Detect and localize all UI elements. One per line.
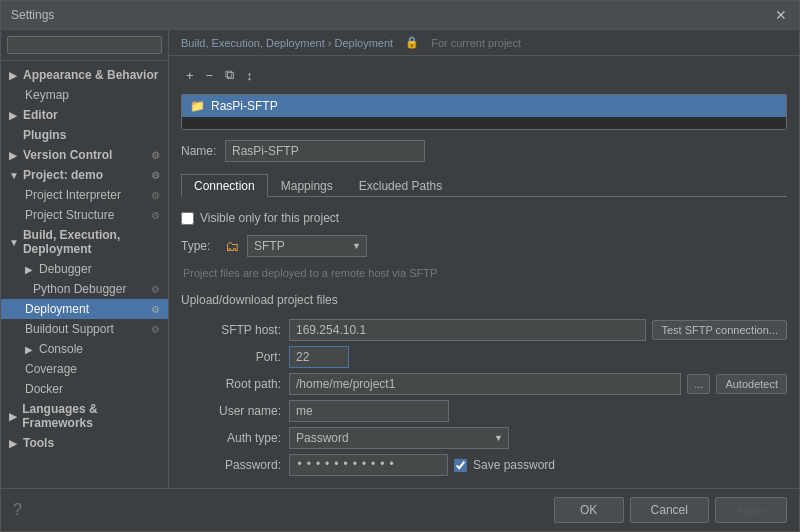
sidebar-item-label: Project: demo (23, 168, 103, 182)
sidebar-item-appearance[interactable]: ▶ Appearance & Behavior (1, 65, 168, 85)
gear-icon: ⚙ (151, 210, 160, 221)
name-label: Name: (181, 144, 217, 158)
dialog-body: ▶ Appearance & Behavior Keymap ▶ Editor … (1, 30, 799, 488)
sftp-host-label: SFTP host: (181, 323, 281, 337)
deployment-list-item[interactable]: 📁 RasPi-SFTP (182, 95, 786, 117)
root-path-input[interactable] (289, 373, 681, 395)
sidebar: ▶ Appearance & Behavior Keymap ▶ Editor … (1, 30, 169, 488)
password-row: Save password (289, 454, 787, 476)
tab-excluded-paths[interactable]: Excluded Paths (346, 174, 455, 197)
auth-type-label: Auth type: (181, 431, 281, 445)
sidebar-item-label: Version Control (23, 148, 112, 162)
sidebar-item-keymap[interactable]: Keymap (1, 85, 168, 105)
sidebar-item-label: Editor (23, 108, 58, 122)
sidebar-item-label: Languages & Frameworks (22, 402, 160, 430)
sidebar-item-console[interactable]: ▶ Console (1, 339, 168, 359)
sidebar-item-label: Appearance & Behavior (23, 68, 158, 82)
deploy-toolbar: + − ⧉ ↕ (181, 64, 787, 86)
arrow-icon: ▶ (25, 264, 35, 275)
help-icon[interactable]: ? (13, 501, 22, 519)
sidebar-item-plugins[interactable]: ▶ Plugins (1, 125, 168, 145)
sidebar-item-coverage[interactable]: Coverage (1, 359, 168, 379)
sidebar-item-label: Keymap (25, 88, 69, 102)
sftp-folder-icon: 📁 (190, 99, 205, 113)
sidebar-item-label: Plugins (23, 128, 66, 142)
username-input[interactable] (289, 400, 449, 422)
save-password-checkbox[interactable] (454, 459, 467, 472)
sidebar-item-label: Build, Execution, Deployment (23, 228, 160, 256)
tab-mappings[interactable]: Mappings (268, 174, 346, 197)
arrow-icon: ▼ (9, 237, 19, 248)
main-content: Build, Execution, Deployment › Deploymen… (169, 30, 799, 488)
arrow-icon: ▼ (9, 170, 19, 181)
autodetect-button[interactable]: Autodetect (716, 374, 787, 394)
sidebar-item-debugger[interactable]: ▶ Debugger (1, 259, 168, 279)
browse-root-button[interactable]: ... (687, 374, 710, 394)
upload-section-label: Upload/download project files (181, 293, 787, 307)
test-sftp-button[interactable]: Test SFTP connection... (652, 320, 787, 340)
dialog-title: Settings (11, 8, 54, 22)
remove-deployment-button[interactable]: − (201, 65, 219, 86)
sidebar-item-version-control[interactable]: ▶ Version Control ⚙ (1, 145, 168, 165)
sidebar-item-buildout-support[interactable]: Buildout Support ⚙ (1, 319, 168, 339)
arrow-icon: ▶ (9, 411, 18, 422)
breadcrumb-text: Build, Execution, Deployment › Deploymen… (181, 37, 393, 49)
username-row (289, 400, 787, 422)
type-label: Type: (181, 239, 217, 253)
copy-deployment-button[interactable]: ⧉ (220, 64, 239, 86)
name-input[interactable] (225, 140, 425, 162)
visible-only-checkbox[interactable] (181, 212, 194, 225)
gear-icon: ⚙ (151, 304, 160, 315)
sidebar-item-deployment[interactable]: Deployment ⚙ (1, 299, 168, 319)
sidebar-item-languages[interactable]: ▶ Languages & Frameworks (1, 399, 168, 433)
port-input[interactable] (289, 346, 349, 368)
gear-icon: ⚙ (151, 324, 160, 335)
sidebar-item-project-structure[interactable]: Project Structure ⚙ (1, 205, 168, 225)
arrow-icon: ▶ (9, 70, 19, 81)
arrow-icon: ▶ (9, 438, 19, 449)
close-button[interactable]: ✕ (773, 7, 789, 23)
port-row (289, 346, 787, 368)
sidebar-item-build-execution[interactable]: ▼ Build, Execution, Deployment (1, 225, 168, 259)
sidebar-item-label: Deployment (25, 302, 89, 316)
name-row: Name: (181, 140, 787, 162)
sidebar-item-docker[interactable]: Docker (1, 379, 168, 399)
breadcrumb: Build, Execution, Deployment › Deploymen… (169, 30, 799, 56)
sftp-host-input[interactable] (289, 319, 646, 341)
type-description: Project files are deployed to a remote h… (183, 267, 787, 279)
arrow-icon: ▶ (25, 344, 35, 355)
sidebar-item-label: Tools (23, 436, 54, 450)
search-input[interactable] (7, 36, 162, 54)
settings-dialog: Settings ✕ ▶ Appearance & Behavior Keyma… (0, 0, 800, 532)
cancel-button[interactable]: Cancel (630, 497, 709, 523)
apply-button[interactable]: Apply (715, 497, 787, 523)
password-input[interactable] (289, 454, 448, 476)
deployment-list: 📁 RasPi-SFTP (181, 94, 787, 130)
arrow-icon: ▶ (9, 150, 19, 161)
gear-icon: ⚙ (151, 150, 160, 161)
sidebar-item-label: Project Structure (25, 208, 114, 222)
root-path-row: ... Autodetect (289, 373, 787, 395)
sidebar-item-label: Buildout Support (25, 322, 114, 336)
sidebar-item-project-demo[interactable]: ▼ Project: demo ⚙ (1, 165, 168, 185)
sidebar-item-python-debugger[interactable]: Python Debugger ⚙ (1, 279, 168, 299)
password-label: Password: (181, 458, 281, 472)
ok-button[interactable]: OK (554, 497, 624, 523)
sidebar-item-project-interpreter[interactable]: Project Interpreter ⚙ (1, 185, 168, 205)
add-deployment-button[interactable]: + (181, 65, 199, 86)
auth-type-select[interactable]: Password Key pair OpenSSH (289, 427, 509, 449)
sidebar-item-editor[interactable]: ▶ Editor (1, 105, 168, 125)
save-password-label: Save password (473, 458, 555, 472)
sidebar-item-label: Debugger (39, 262, 92, 276)
type-select[interactable]: SFTP FTP Local (247, 235, 367, 257)
tab-connection[interactable]: Connection (181, 174, 268, 197)
sidebar-item-label: Python Debugger (33, 282, 126, 296)
visible-only-row: Visible only for this project (181, 211, 787, 225)
gear-icon: ⚙ (151, 284, 160, 295)
sidebar-item-label: Project Interpreter (25, 188, 121, 202)
gear-icon: ⚙ (151, 170, 160, 181)
sidebar-item-tools[interactable]: ▶ Tools (1, 433, 168, 453)
move-deployment-button[interactable]: ↕ (241, 65, 258, 86)
visible-only-label: Visible only for this project (200, 211, 339, 225)
sidebar-item-label: Docker (25, 382, 63, 396)
